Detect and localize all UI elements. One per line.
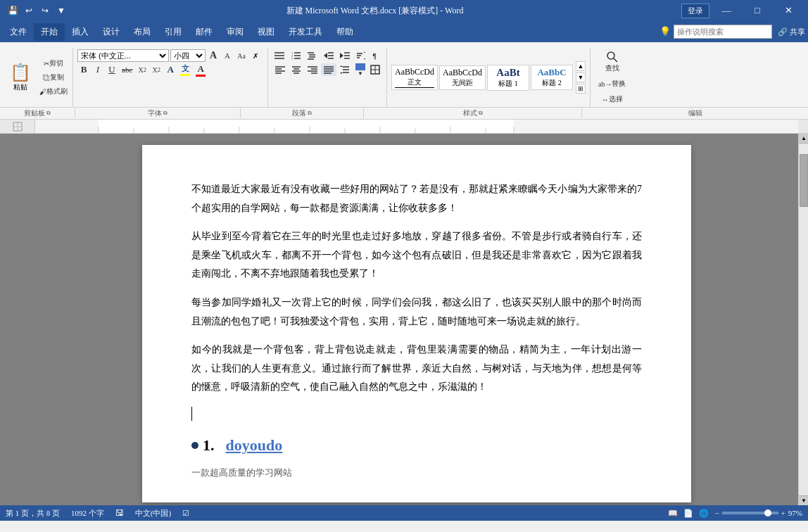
close-button[interactable]: ✕ <box>774 0 802 21</box>
save-icon[interactable]: 💾 <box>6 4 20 18</box>
styles-scroll-up[interactable]: ▲ <box>576 61 586 71</box>
menu-file[interactable]: 文件 <box>3 23 34 41</box>
shading-button[interactable]: ▼ <box>353 63 367 76</box>
style-no-spacing[interactable]: AaBbCcDd 无间距 <box>439 65 486 90</box>
login-button[interactable]: 登录 <box>681 4 709 18</box>
styles-scroll-down[interactable]: ▼ <box>576 72 586 82</box>
superscript-button[interactable]: X2 <box>150 63 163 76</box>
style-heading2[interactable]: AaBbC 标题 2 <box>531 65 573 90</box>
heading-text: doyoudo <box>226 431 283 460</box>
center-button[interactable] <box>289 63 304 76</box>
zoom-slider[interactable] <box>722 512 778 514</box>
menu-review[interactable]: 审阅 <box>220 23 251 41</box>
bullets-button[interactable] <box>272 49 288 62</box>
customize-qat-icon[interactable]: ▼ <box>54 4 68 18</box>
clear-format-button[interactable]: ✗ <box>249 49 263 62</box>
scroll-thumb[interactable] <box>800 154 808 207</box>
svg-point-5 <box>274 55 276 56</box>
decrease-indent-button[interactable] <box>321 49 336 62</box>
minimize-button[interactable]: — <box>712 0 740 21</box>
ruler-right <box>798 120 808 133</box>
style-heading1[interactable]: AaBt 标题 1 <box>487 65 529 91</box>
zoom-thumb[interactable] <box>764 509 771 517</box>
svg-point-6 <box>274 58 276 59</box>
view-web-icon[interactable]: 🌐 <box>699 509 709 518</box>
maximize-button[interactable]: □ <box>743 0 771 21</box>
subscript-button[interactable]: X2 <box>136 63 149 76</box>
menu-developer[interactable]: 开发工具 <box>282 23 329 41</box>
language-info: 中文(中国) <box>135 508 171 519</box>
menu-home[interactable]: 开始 <box>34 23 65 41</box>
cut-button[interactable]: ✂ 剪切 <box>37 57 70 70</box>
page-info: 第 1 页，共 8 页 <box>6 508 60 519</box>
font-color-button[interactable]: A <box>194 63 208 76</box>
underline-button[interactable]: U <box>106 63 118 76</box>
increase-indent-button[interactable] <box>337 49 353 62</box>
styles-group: AaBbCcDd 正文 AaBbCcDd 无间距 AaBt 标题 1 AaBbC… <box>387 48 591 107</box>
clipboard-dialog-icon[interactable]: ⧉ <box>46 110 51 117</box>
select-button[interactable]: ↔ 选择 <box>600 93 625 106</box>
title-bar-right: 登录 — □ ✕ <box>681 0 802 21</box>
bold-button[interactable]: B <box>77 63 90 76</box>
paste-button[interactable]: 📋 粘贴 <box>6 49 35 106</box>
replace-button[interactable]: ab→ 替换 <box>596 77 628 90</box>
line-spacing-button[interactable] <box>337 63 353 76</box>
styles-more[interactable]: ⊞ <box>576 84 586 94</box>
svg-text:3: 3 <box>291 57 293 61</box>
help-search-input[interactable] <box>674 25 772 39</box>
numbering-button[interactable]: 123 <box>289 49 304 62</box>
redo-icon[interactable]: ↪ <box>38 4 52 18</box>
scroll-down-button[interactable]: ▼ <box>799 495 808 505</box>
justify-button[interactable] <box>321 63 336 76</box>
scroll-up-button[interactable]: ▲ <box>799 134 808 144</box>
vertical-scrollbar[interactable]: ▲ ▼ <box>798 134 808 505</box>
grow-font-button[interactable]: A <box>207 49 220 62</box>
style-normal[interactable]: AaBbCcDd 正文 <box>391 65 438 90</box>
view-print-icon[interactable]: 📄 <box>683 509 693 518</box>
font-label: 字体 ⧉ <box>75 108 241 118</box>
menu-help[interactable]: 帮助 <box>329 23 360 41</box>
undo-icon[interactable]: ↩ <box>22 4 36 18</box>
doc-left-margin <box>0 134 35 505</box>
menu-bar: 文件 开始 插入 设计 布局 引用 邮件 审阅 视图 开发工具 帮助 💡 🔗 共… <box>0 21 808 42</box>
align-right-button[interactable] <box>305 63 320 76</box>
share-button[interactable]: 🔗 共享 <box>778 27 805 37</box>
menu-references[interactable]: 引用 <box>158 23 189 41</box>
heading-number: 1. <box>203 431 215 460</box>
show-hide-button[interactable]: ¶ <box>368 49 381 62</box>
svg-marker-50 <box>340 72 343 74</box>
document-scroll-area[interactable]: 不知道最近大家最近有没有收藏一些好用的网站了？若是没有，那就赶紧来瞭瞩今天小编为… <box>35 134 798 505</box>
italic-button[interactable]: I <box>91 63 104 76</box>
find-button[interactable]: 查找 <box>602 49 623 75</box>
ruler-corner <box>0 120 35 133</box>
lightbulb-icon[interactable]: 💡 <box>659 26 671 37</box>
format-painter-button[interactable]: 🖌 格式刷 <box>37 85 70 98</box>
view-read-icon[interactable]: 📖 <box>668 509 678 518</box>
menu-design[interactable]: 设计 <box>96 23 127 41</box>
zoom-out-icon[interactable]: − <box>714 509 719 517</box>
borders-button[interactable] <box>368 63 382 76</box>
shrink-font-button[interactable]: A <box>221 49 234 62</box>
align-left-button[interactable] <box>272 63 288 76</box>
multilevel-list-button[interactable] <box>305 49 320 62</box>
menu-mailings[interactable]: 邮件 <box>189 23 220 41</box>
zoom-in-icon[interactable]: + <box>781 509 785 517</box>
copy-button[interactable]: ⿻ 复制 <box>37 71 70 84</box>
menu-insert[interactable]: 插入 <box>65 23 96 41</box>
font-case-button[interactable]: Aa <box>235 49 248 62</box>
font-size-select[interactable]: 小四 <box>170 49 206 62</box>
sort-button[interactable] <box>353 49 367 62</box>
strikethrough-button[interactable]: abc <box>120 63 134 76</box>
svg-point-54 <box>607 52 614 59</box>
font-dialog-icon[interactable]: ⧉ <box>163 110 168 117</box>
menu-layout[interactable]: 布局 <box>127 23 158 41</box>
menu-view[interactable]: 视图 <box>251 23 282 41</box>
font-name-select[interactable]: 宋体 (中文正... <box>77 49 169 62</box>
styles-dialog-icon[interactable]: ⧉ <box>479 110 483 117</box>
zoom-level: 97% <box>788 509 802 517</box>
paragraph-dialog-icon[interactable]: ⧉ <box>308 110 312 117</box>
text-highlight-button[interactable]: 文 <box>178 63 192 76</box>
clipboard-group: 📋 粘贴 ✂ 剪切 ⿻ 复制 🖌 格式刷 <box>3 48 73 107</box>
text-effect-button[interactable]: A <box>164 63 177 76</box>
scroll-track[interactable] <box>799 144 808 495</box>
